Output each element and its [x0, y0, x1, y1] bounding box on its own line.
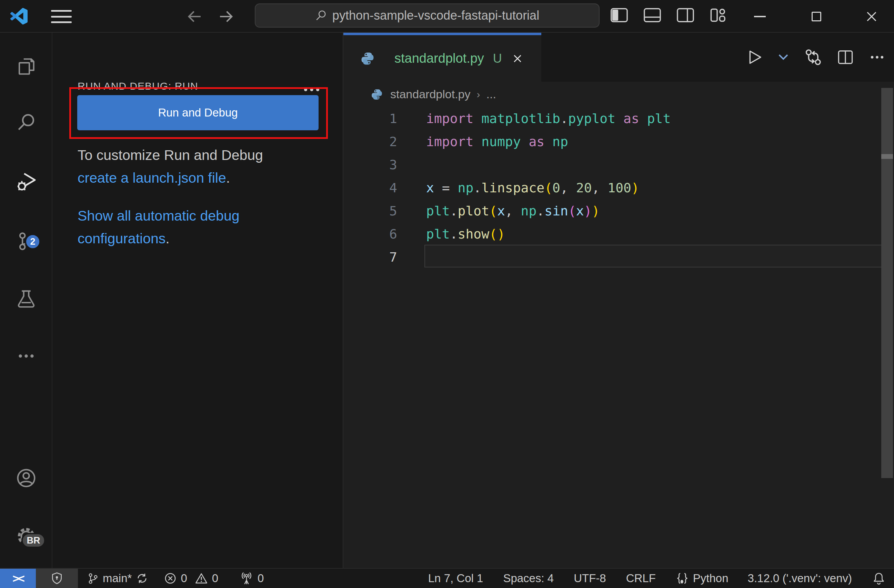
code-token: np: [458, 180, 474, 195]
python-interpreter-item[interactable]: 3.12.0 ('.venv': venv): [741, 569, 858, 588]
code-token: 0: [552, 180, 560, 195]
split-editor-icon[interactable]: [837, 50, 853, 65]
menu-icon[interactable]: [51, 9, 72, 24]
explorer-icon[interactable]: [14, 54, 39, 79]
toggle-secondary-sidebar-icon[interactable]: [677, 8, 695, 23]
code-line[interactable]: 4x = np.linspace(0, 20, 100): [343, 176, 894, 199]
line-number: 6: [343, 226, 397, 241]
command-center-text: python-sample-vscode-fastapi-tutorial: [332, 8, 539, 23]
code-text: import matplotlib.pyplot as plt: [426, 111, 670, 126]
code-line[interactable]: 5plt.plot(x, np.sin(x)): [343, 199, 894, 222]
code-token: ): [584, 204, 592, 219]
code-token: ): [592, 204, 600, 219]
account-icon[interactable]: [14, 465, 39, 491]
run-python-file-icon[interactable]: [748, 50, 762, 65]
forward-arrow-icon[interactable]: [217, 8, 235, 26]
editor-actions: [748, 33, 885, 82]
code-token: plt: [426, 226, 450, 241]
code-line[interactable]: 7: [343, 246, 894, 268]
maximize-button[interactable]: [807, 7, 826, 26]
code-token: .: [473, 180, 481, 195]
tab-label: standardplot.py: [394, 51, 484, 66]
encoding-item[interactable]: UTF-8: [568, 569, 612, 588]
back-arrow-icon[interactable]: [186, 8, 204, 26]
ports-item[interactable]: 0: [233, 569, 270, 588]
code-token: as: [529, 134, 544, 149]
tab-standardplot[interactable]: standardplot.py U: [343, 33, 541, 82]
close-window-button[interactable]: [862, 7, 881, 26]
notifications-item[interactable]: [867, 569, 891, 588]
language-label: Python: [693, 572, 728, 585]
language-mode-item[interactable]: Python: [669, 569, 735, 588]
settings-profile-badge: BR: [21, 533, 45, 548]
code-text: plt.plot(x, np.sin(x)): [426, 204, 600, 219]
breadcrumb-more[interactable]: ...: [486, 87, 496, 101]
run-and-debug-icon[interactable]: [14, 169, 39, 194]
breadcrumb[interactable]: standardplot.py › ...: [343, 82, 894, 107]
workspace-trust-item[interactable]: [36, 569, 78, 588]
code-line[interactable]: 3: [343, 153, 894, 176]
tab-strip: standardplot.py U: [343, 33, 894, 82]
branch-item[interactable]: main*: [81, 569, 154, 588]
ports-count: 0: [258, 572, 264, 585]
editor-more-actions-icon[interactable]: [869, 51, 885, 63]
eol-item[interactable]: CRLF: [620, 569, 662, 588]
errors-count: 0: [181, 572, 187, 585]
toggle-panel-icon[interactable]: [643, 8, 661, 23]
testing-icon[interactable]: [14, 286, 39, 312]
more-views-icon[interactable]: [14, 343, 39, 369]
code-token: (: [568, 204, 576, 219]
search-sidebar-icon[interactable]: [14, 110, 39, 135]
run-and-debug-button[interactable]: Run and Debug: [77, 95, 319, 130]
customize-layout-icon[interactable]: [710, 8, 727, 23]
remote-indicator[interactable]: ><: [0, 569, 36, 588]
code-token: ): [631, 180, 639, 195]
line-number: 4: [343, 180, 397, 195]
run-and-debug-sidebar: RUN AND DEBUG: RUN Run and Debug To cust…: [53, 33, 343, 568]
vscode-window: python-sample-vscode-fastapi-tutorial: [0, 0, 894, 588]
code-token: .: [536, 204, 544, 219]
tab-close-icon[interactable]: [512, 53, 523, 65]
command-center-search[interactable]: python-sample-vscode-fastapi-tutorial: [255, 3, 600, 27]
toggle-sidebar-icon[interactable]: [610, 8, 628, 23]
close-icon: [865, 11, 878, 23]
open-changes-icon[interactable]: [804, 48, 822, 66]
minimize-button[interactable]: [750, 7, 770, 26]
code-area[interactable]: 1import matplotlib.pyplot as plt2import …: [343, 107, 894, 568]
code-token: 100: [607, 180, 631, 195]
cursor-position-item[interactable]: Ln 7, Col 1: [422, 569, 489, 588]
shield-icon: [51, 572, 63, 585]
code-text: import numpy as np: [426, 134, 568, 149]
code-token: matplotlib: [481, 111, 560, 126]
run-dropdown-chevron-icon[interactable]: [778, 54, 788, 61]
code-token: plt: [647, 111, 671, 126]
code-token: ,: [505, 204, 521, 219]
code-line[interactable]: 6plt.show(): [343, 222, 894, 246]
code-token: plt: [426, 204, 450, 219]
code-token: sin: [544, 204, 568, 219]
code-token: np: [521, 204, 537, 219]
python-file-icon-small: [371, 89, 383, 100]
code-token: import: [426, 134, 481, 149]
source-control-badge: 2: [25, 234, 41, 250]
line-number: 1: [343, 111, 397, 126]
code-token: np: [552, 134, 568, 149]
code-token: .: [450, 226, 458, 241]
indentation-item[interactable]: Spaces: 4: [497, 569, 560, 588]
code-line[interactable]: 1import matplotlib.pyplot as plt: [343, 107, 894, 130]
overview-ruler-marker: [881, 154, 893, 159]
activity-bar: 2 BR: [0, 33, 53, 568]
code-line[interactable]: 2import numpy as np: [343, 130, 894, 153]
code-token: plot: [458, 204, 489, 219]
editor-scrollbar[interactable]: [881, 88, 893, 478]
show-configurations-text: Show all automatic debug configurations.: [78, 204, 308, 250]
create-launch-json-link[interactable]: create a launch.json file: [78, 170, 226, 186]
breadcrumb-file[interactable]: standardplot.py: [390, 87, 471, 101]
code-token: x: [497, 204, 505, 219]
show-all-configurations-link[interactable]: Show all automatic debug configurations: [78, 208, 240, 246]
bell-icon: [873, 572, 885, 585]
code-token: [639, 111, 647, 126]
search-icon: [315, 10, 327, 21]
problems-item[interactable]: 0 0: [158, 569, 225, 588]
code-token: .: [560, 111, 568, 126]
